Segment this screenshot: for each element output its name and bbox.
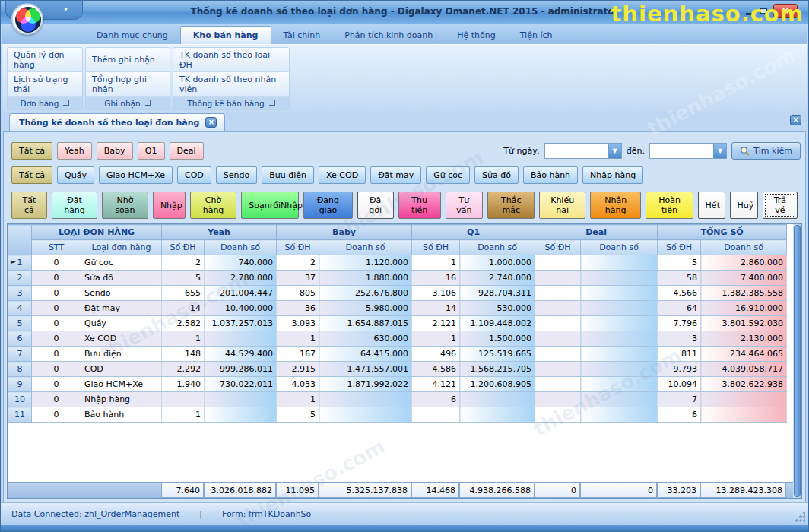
grid-cell[interactable]: 3.802.622.938	[701, 377, 787, 392]
filter-button[interactable]: Nhập hàng	[582, 166, 643, 184]
filter-button[interactable]: Đặt may	[370, 166, 421, 184]
grid-cell[interactable]	[535, 255, 581, 271]
filter-button[interactable]: Xe COD	[319, 166, 366, 184]
grid-cell[interactable]: 2.582	[162, 316, 205, 331]
grid-cell[interactable]	[581, 331, 658, 347]
grid-cell[interactable]: 3.801.592.030	[701, 316, 787, 331]
app-logo-icon[interactable]	[11, 3, 43, 35]
grid-cell[interactable]: 2	[277, 255, 319, 271]
grid-cell[interactable]: 1.037.257.013	[205, 316, 277, 331]
filter-button[interactable]: Nhận hàng	[590, 192, 642, 219]
grid-cell[interactable]: 64.415.000	[319, 347, 412, 362]
grid-cell[interactable]: 10.400.000	[205, 301, 277, 316]
grid-cell[interactable]: 1	[412, 331, 460, 347]
grid-cell[interactable]: 4.039.058.717	[701, 362, 787, 377]
filter-button[interactable]: Huỷ	[730, 192, 758, 219]
grid-cell[interactable]: 3	[658, 331, 701, 347]
column-header[interactable]: Doanh số	[205, 240, 277, 255]
filter-button[interactable]: Baby	[97, 142, 133, 160]
grid-cell[interactable]: 167	[277, 347, 319, 362]
grid-cell[interactable]: 496	[412, 347, 460, 362]
chevron-down-icon[interactable]: ▼	[713, 144, 726, 158]
grid-cell[interactable]: 5	[277, 407, 319, 423]
filter-button[interactable]: Nhập	[153, 192, 186, 219]
grid-cell[interactable]	[535, 316, 581, 331]
grid-cell[interactable]: 7	[658, 392, 701, 407]
column-group-header[interactable]: TỔNG SỐ	[658, 225, 787, 240]
grid-cell[interactable]: 44.529.400	[205, 347, 277, 362]
grid-cell[interactable]: 928.704.311	[460, 286, 535, 301]
column-header[interactable]: STT	[32, 240, 81, 255]
menu-tab[interactable]: Kho bán hàng	[180, 26, 271, 44]
grid-cell[interactable]	[460, 407, 535, 423]
grid-cell[interactable]	[535, 271, 581, 286]
grid-cell[interactable]: 5	[162, 271, 205, 286]
column-group-header[interactable]: Yeah	[162, 225, 277, 240]
column-header[interactable]: Doanh số	[319, 240, 412, 255]
grid-cell[interactable]: 37	[277, 271, 319, 286]
filter-button[interactable]: Hết	[698, 192, 725, 219]
grid-cell[interactable]: 6	[412, 392, 460, 407]
filter-button[interactable]: Bưu điện	[262, 166, 314, 184]
dialog-launcher-icon[interactable]	[63, 100, 69, 106]
grid-cell[interactable]: 3.106	[412, 286, 460, 301]
filter-button[interactable]: Đang giao	[303, 192, 352, 219]
grid-cell[interactable]: 2.740.000	[460, 271, 535, 286]
filter-button[interactable]: Giao HCM+Xe	[99, 166, 173, 184]
grid-cell[interactable]: 5	[658, 255, 701, 271]
menu-tab[interactable]: Hệ thống	[445, 27, 508, 44]
grid-cell[interactable]: 58	[658, 271, 701, 286]
filter-button[interactable]: Tất cả	[11, 192, 47, 219]
grid-cell[interactable]: 7.796	[658, 316, 701, 331]
filter-button[interactable]: Hoàn tiền	[646, 192, 693, 219]
column-header[interactable]: Doanh số	[460, 240, 535, 255]
vertical-scrollbar[interactable]	[793, 224, 801, 498]
grid-cell[interactable]: 1.871.992.022	[319, 377, 412, 392]
search-button[interactable]: Tìm kiếm	[731, 142, 801, 160]
grid-cell[interactable]	[581, 392, 658, 407]
grid-cell[interactable]	[205, 407, 277, 423]
ribbon-button[interactable]: TK doanh số theo nhân viên	[173, 72, 289, 97]
ribbon-button[interactable]: Thêm ghi nhận	[86, 48, 170, 72]
menu-tab[interactable]: Tiện ích	[508, 27, 565, 44]
grid-cell-stt[interactable]: 0	[32, 331, 81, 347]
ribbon-button[interactable]: TK doanh số theo loại ĐH	[173, 48, 289, 72]
grid-cell[interactable]: 125.519.665	[460, 347, 535, 362]
grid-cell[interactable]: 234.464.065	[701, 347, 787, 362]
row-number[interactable]: 11	[8, 407, 32, 423]
filter-button[interactable]: Khiếu nại	[539, 192, 585, 219]
row-number[interactable]: 4	[8, 301, 32, 316]
column-header[interactable]: Số ĐH	[412, 240, 460, 255]
grid-cell[interactable]: 2	[162, 255, 205, 271]
grid-cell[interactable]	[162, 392, 205, 407]
grid-cell-type[interactable]: Gữ cọc	[81, 255, 162, 271]
filter-button[interactable]: Tư vấn	[446, 192, 484, 219]
grid-cell-stt[interactable]: 0	[32, 392, 81, 407]
row-number[interactable]: 7	[8, 347, 32, 362]
grid-cell[interactable]: 1.568.215.705	[460, 362, 535, 377]
scrollbar-thumb[interactable]	[794, 225, 801, 497]
grid-cell[interactable]: 730.022.011	[205, 377, 277, 392]
grid-cell[interactable]: 1	[162, 331, 205, 347]
resize-grip[interactable]	[795, 512, 805, 523]
grid-cell[interactable]: 1.120.000	[319, 255, 412, 271]
to-date-combobox[interactable]: ▼	[649, 143, 727, 159]
grid-cell[interactable]	[581, 301, 658, 316]
grid-cell[interactable]: 805	[277, 286, 319, 301]
filter-button[interactable]: Tất cả	[11, 166, 52, 184]
grid-cell[interactable]: 16.910.000	[701, 301, 787, 316]
grid-cell-type[interactable]: Bảo hành	[81, 407, 162, 423]
grid-cell[interactable]	[581, 286, 658, 301]
grid-cell[interactable]: 1.471.557.001	[319, 362, 412, 377]
menu-tab[interactable]: Danh mục chung	[84, 27, 180, 44]
grid-cell-type[interactable]: COD	[81, 362, 162, 377]
ribbon-button[interactable]: Lịch sử trạng thái	[8, 72, 82, 97]
grid-cell[interactable]: 1.382.385.558	[701, 286, 787, 301]
row-number[interactable]: 3	[8, 286, 32, 301]
row-number[interactable]: 1►	[8, 255, 32, 271]
grid-cell[interactable]: 630.000	[319, 331, 412, 347]
grid-cell[interactable]	[535, 362, 581, 377]
grid-cell[interactable]: 740.000	[205, 255, 277, 271]
grid-cell[interactable]	[581, 271, 658, 286]
grid-cell[interactable]: 4.566	[658, 286, 701, 301]
